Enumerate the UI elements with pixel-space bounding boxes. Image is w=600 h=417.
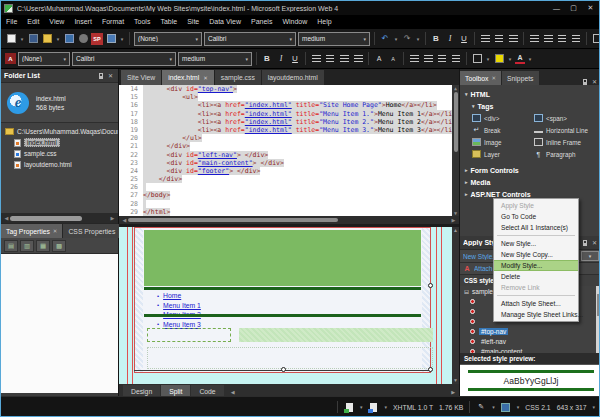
scroll-up-icon[interactable]: ▲ xyxy=(452,85,459,91)
fmt-borders-dropdown-icon[interactable]: ▾ xyxy=(485,56,491,62)
menu-item-select-all[interactable]: Select All 1 Instance(s) xyxy=(494,222,578,233)
maximize-button[interactable]: ▢ xyxy=(565,1,582,15)
scroll-right-icon[interactable]: ▶ xyxy=(109,215,116,221)
tp-alphabetical-icon[interactable]: ▥ xyxy=(20,240,34,252)
minimize-button[interactable]: — xyxy=(548,1,565,15)
page-status-icon[interactable] xyxy=(369,402,379,412)
nav-link[interactable]: Home xyxy=(163,292,181,299)
menu-item-modify-style[interactable]: Modify Style... xyxy=(494,260,578,271)
preview-icon[interactable] xyxy=(77,33,89,45)
tab-site-view[interactable]: Site View xyxy=(121,70,161,85)
toolbox-item-div[interactable]: <div> xyxy=(472,112,534,124)
toolbox-item-paragraph[interactable]: ¶Paragraph xyxy=(534,148,596,160)
tab-close-icon[interactable]: ✕ xyxy=(203,75,208,81)
fmt-font-select[interactable]: Calibri▾ xyxy=(72,52,176,66)
style-application-icon[interactable]: A xyxy=(5,53,16,64)
main-content-block[interactable] xyxy=(239,328,433,342)
style-row-left-nav[interactable]: #left-nav xyxy=(460,336,600,346)
borders-icon[interactable] xyxy=(591,33,600,45)
toolbox-item-span[interactable]: <span> xyxy=(534,112,596,124)
folder-list-hscrollbar[interactable]: ◀ ▶ xyxy=(1,213,118,223)
fmt-font-size-select[interactable]: medium▾ xyxy=(178,52,252,66)
menu-edit[interactable]: Edit xyxy=(22,15,44,29)
open-dropdown-icon[interactable]: ▾ xyxy=(55,36,61,42)
resize-handle-right[interactable] xyxy=(428,283,433,288)
nav-link[interactable]: Menu Item 3 xyxy=(163,321,201,328)
page-dropdown-icon[interactable]: ▾ xyxy=(385,404,388,410)
fmt-borders-icon[interactable] xyxy=(471,53,483,65)
toolbox-group-media[interactable]: ▸Media xyxy=(460,176,600,188)
tab-toolbox[interactable]: Toolbox✕ xyxy=(460,71,501,85)
italic-icon[interactable]: I xyxy=(444,33,456,45)
pin-icon[interactable] xyxy=(583,79,587,85)
save-icon[interactable] xyxy=(63,33,75,45)
font-size-select[interactable]: medium▾ xyxy=(298,32,370,46)
new-site-icon[interactable] xyxy=(27,33,39,45)
tab-tag-properties[interactable]: Tag Properties✕ xyxy=(1,224,62,238)
visual-aids-dropdown-icon[interactable]: ▾ xyxy=(492,404,495,410)
superpreview-icon[interactable]: SP xyxy=(91,33,103,45)
redo-icon[interactable]: ↷ xyxy=(401,33,413,45)
menu-item-new-style-copy[interactable]: New Style Copy... xyxy=(494,249,578,260)
dimensions-dropdown-icon[interactable]: ▾ xyxy=(592,404,595,410)
menu-help[interactable]: Help xyxy=(312,15,336,29)
toolbox-group-form-controls[interactable]: ▸Form Controls xyxy=(460,164,600,176)
shrink-font-icon[interactable]: A xyxy=(387,53,399,65)
menu-site[interactable]: Site xyxy=(182,15,204,29)
toolbox-item-inline-frame[interactable]: Inline Frame xyxy=(534,136,596,148)
fmt-align-left-icon[interactable] xyxy=(310,53,322,65)
footer-outline[interactable] xyxy=(147,347,433,369)
tab-index-html[interactable]: index.html✕ xyxy=(162,70,214,85)
toolbox-group-html[interactable]: ▾HTML xyxy=(460,88,600,100)
menu-data-view[interactable]: Data View xyxy=(204,15,246,29)
tab-close-icon[interactable]: ✕ xyxy=(491,75,496,81)
publish-status-icon[interactable] xyxy=(344,402,354,412)
fmt-style-select[interactable]: (None)▾ xyxy=(18,52,70,66)
menu-item-attach-style-sheet[interactable]: Attach Style Sheet... xyxy=(494,298,578,309)
menu-panels[interactable]: Panels xyxy=(246,15,277,29)
scroll-right-icon[interactable]: ▶ xyxy=(450,217,457,223)
options-dropdown-icon[interactable]: ▾ xyxy=(581,251,599,261)
menu-table[interactable]: Table xyxy=(155,15,182,29)
design-vscrollbar[interactable]: ▲ ▼ xyxy=(452,227,459,384)
tab-sample-css[interactable]: sample.css xyxy=(215,70,261,85)
menu-item-new-style[interactable]: New Style... xyxy=(494,238,578,249)
tree-root[interactable]: C:\Users\Muhammad.Waqas\Documents\M xyxy=(1,126,118,137)
undo-dropdown-icon[interactable]: ▾ xyxy=(393,36,399,42)
fmt-justify-icon[interactable] xyxy=(352,53,364,65)
toolbox-group-tags[interactable]: ▾Tags xyxy=(460,100,600,112)
tp-summary-icon[interactable]: ▩ xyxy=(52,240,66,252)
fmt-highlight-dropdown-icon[interactable]: ▾ xyxy=(507,56,513,62)
tree-item-layoutdemo[interactable]: layoutdemo.html xyxy=(1,159,118,170)
code-editor[interactable]: 14 <div id="top-nav"> 15 <ul> 16 <li><a … xyxy=(119,85,459,216)
numbered-list-icon[interactable] xyxy=(528,33,540,45)
toolbox-item-image[interactable]: Image xyxy=(472,136,534,148)
undo-icon[interactable]: ↶ xyxy=(379,33,391,45)
scrollbar-thumb[interactable] xyxy=(454,92,458,152)
tab-close-icon[interactable]: ✕ xyxy=(53,228,58,234)
style-row-top-nav[interactable]: #top-nav xyxy=(460,326,600,336)
fmt-bullet-list-icon[interactable] xyxy=(422,53,434,65)
grow-font-icon[interactable]: A xyxy=(373,53,385,65)
menu-insert[interactable]: Insert xyxy=(69,15,97,29)
scroll-left-icon[interactable]: ◀ xyxy=(121,217,128,223)
menu-item-manage-style-sheet-links[interactable]: Manage Style Sheet Links... xyxy=(494,309,578,320)
menu-window[interactable]: Window xyxy=(277,15,312,29)
underline-icon[interactable]: U xyxy=(458,33,470,45)
font-select[interactable]: Calibri▾ xyxy=(204,32,296,46)
menu-file[interactable]: File xyxy=(1,15,22,29)
toolbox-item-break[interactable]: ↵Break xyxy=(472,124,534,136)
align-left-icon[interactable] xyxy=(479,33,491,45)
tree-item-sample-css[interactable]: sample.css xyxy=(1,148,118,159)
open-folder-icon[interactable] xyxy=(41,33,53,45)
menu-tools[interactable]: Tools xyxy=(129,15,155,29)
new-page-icon[interactable] xyxy=(5,33,17,45)
new-page-dropdown-icon[interactable]: ▾ xyxy=(19,36,25,42)
redo-dropdown-icon[interactable]: ▾ xyxy=(415,36,421,42)
fmt-outdent-icon[interactable] xyxy=(436,53,448,65)
align-center-icon[interactable] xyxy=(493,33,505,45)
tab-scroll-left-icon[interactable]: ◀ xyxy=(231,389,235,395)
style-application-status-icon[interactable] xyxy=(501,402,511,412)
tab-css-properties[interactable]: CSS Properties xyxy=(63,224,120,238)
toolbox-item-horizontal-line[interactable]: Horizontal Line xyxy=(534,124,596,136)
